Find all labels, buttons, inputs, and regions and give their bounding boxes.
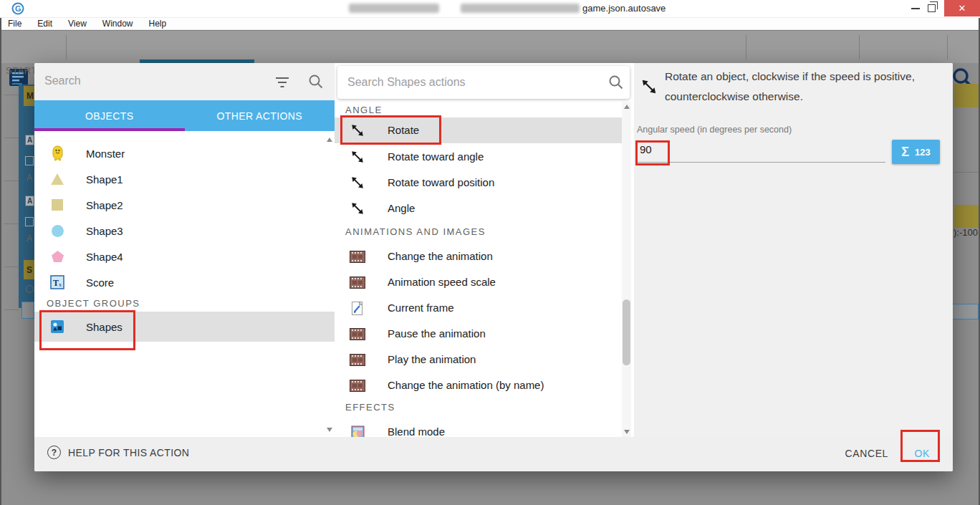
- sigma-icon: Σ: [901, 145, 909, 160]
- actions-list: ANGLE Rotate Rotate toward angle: [335, 102, 622, 437]
- condition-box-fragment: [25, 156, 34, 165]
- effects-section-header: EFFECTS: [345, 402, 395, 413]
- rotate-icon: [349, 200, 366, 217]
- svg-text:G: G: [15, 4, 21, 13]
- action-label: Play the animation: [388, 353, 476, 365]
- object-search-bar: [34, 63, 335, 100]
- object-row-shape2[interactable]: Shape2: [34, 192, 335, 218]
- actions-scrollbar[interactable]: [622, 102, 631, 437]
- restore-button[interactable]: [928, 4, 936, 12]
- action-label: Animation speed scale: [388, 276, 496, 288]
- action-label: Angle: [388, 202, 415, 214]
- left-scroll-down-icon[interactable]: [327, 428, 332, 432]
- scroll-up-icon[interactable]: [624, 105, 630, 109]
- selected-event-row-fragment: [21, 302, 34, 319]
- search-icon[interactable]: [608, 74, 624, 90]
- frame-edit-icon: [349, 299, 366, 317]
- event-comment-fragment-right: [954, 84, 979, 107]
- event-divider-fragment: [954, 172, 979, 173]
- search-icon[interactable]: [308, 74, 324, 90]
- action-text-fragment: A: [27, 173, 32, 183]
- action-row-current-frame[interactable]: Current frame: [335, 295, 622, 321]
- object-label: Shape1: [86, 173, 123, 186]
- film-icon: [349, 351, 366, 368]
- menu-window[interactable]: Window: [95, 19, 141, 29]
- annotation-box-shapes-group: [39, 310, 135, 350]
- action-row-play-animation[interactable]: Play the animation: [335, 347, 622, 372]
- event-comment-fragment: S: [24, 260, 34, 279]
- help-for-this-action-button[interactable]: ? HELP FOR THIS ACTION: [47, 446, 189, 459]
- square-object-icon: [49, 196, 65, 213]
- left-scroll-up-icon[interactable]: [327, 138, 332, 142]
- menu-edit[interactable]: Edit: [29, 19, 60, 29]
- menu-help[interactable]: Help: [141, 19, 175, 29]
- angular-speed-input[interactable]: [636, 137, 885, 163]
- action-row-rotate-toward-position[interactable]: Rotate toward position: [335, 170, 622, 196]
- toolbar-separator: [66, 35, 67, 59]
- condition-box-fragment: [25, 217, 34, 226]
- action-search-input[interactable]: [347, 72, 584, 93]
- expression-editor-button[interactable]: Σ 123: [892, 140, 940, 164]
- object-row-monster[interactable]: Monster: [34, 140, 335, 166]
- action-row-change-animation[interactable]: Change the animation: [335, 244, 622, 269]
- object-row-shape3[interactable]: Shape3: [34, 218, 335, 244]
- filter-icon[interactable]: [275, 77, 289, 88]
- close-button[interactable]: ✕: [944, 0, 980, 16]
- action-row-blend-mode[interactable]: Blend mode: [335, 419, 622, 437]
- object-label: Shape3: [86, 225, 123, 237]
- blend-mode-icon: [349, 423, 366, 437]
- object-row-shape4[interactable]: Shape4: [34, 244, 335, 269]
- object-row-score[interactable]: T x Score: [34, 269, 335, 295]
- objects-list: Monster Shape1 Shape2 Shape3 Shape4: [34, 131, 335, 437]
- action-search-bar: [337, 66, 630, 99]
- action-label: Current frame: [388, 302, 454, 314]
- action-description-line2: counterclockwise otherwise.: [665, 90, 803, 103]
- film-icon: [349, 274, 366, 291]
- action-label: Pause the animation: [388, 327, 486, 340]
- cancel-button[interactable]: CANCEL: [845, 448, 888, 459]
- toolbar: [0, 30, 980, 63]
- event-comment-fragment-right: [954, 205, 979, 228]
- event-connector: [4, 138, 19, 138]
- action-detail-panel: Rotate an object, clockwise if the speed…: [634, 63, 953, 437]
- dialog-footer: ? HELP FOR THIS ACTION CANCEL OK: [34, 437, 953, 471]
- event-connector: [4, 181, 19, 181]
- angular-speed-label: Angular speed (in degrees per second): [637, 125, 792, 135]
- pentagon-object-icon: [49, 248, 65, 265]
- event-connector: [4, 266, 19, 267]
- object-groups-header: OBJECT GROUPS: [47, 298, 140, 309]
- rotate-icon: [349, 174, 366, 191]
- minimize-button[interactable]: [911, 8, 920, 9]
- circle-object-icon: [49, 222, 65, 239]
- help-label: HELP FOR THIS ACTION: [68, 447, 189, 458]
- action-text-fragment: A: [27, 234, 32, 244]
- scroll-down-icon[interactable]: [624, 430, 630, 434]
- action-label: Rotate toward position: [388, 176, 494, 188]
- annotation-box-angular-speed: [635, 140, 670, 165]
- action-label: Blend mode: [388, 425, 445, 437]
- action-row-pause-animation[interactable]: Pause the animation: [335, 321, 622, 347]
- object-label: Score: [86, 276, 114, 289]
- svg-text:T: T: [53, 278, 59, 288]
- condition-icon-fragment: A: [25, 135, 34, 145]
- action-row-rotate-toward-angle[interactable]: Rotate toward angle: [335, 144, 622, 170]
- action-row-angle[interactable]: Angle: [335, 196, 622, 221]
- event-comment-fragment: M: [24, 86, 34, 106]
- angle-section-header: ANGLE: [345, 105, 383, 115]
- toolbar-separator: [859, 35, 860, 59]
- scrollbar-thumb[interactable]: [623, 299, 630, 365]
- text-object-icon: T x: [49, 274, 65, 291]
- scene-tab-start[interactable]: START: [6, 65, 37, 76]
- condition-icon-fragment: A: [25, 196, 34, 206]
- action-row-animation-speed-scale[interactable]: Animation speed scale: [335, 269, 622, 295]
- menu-view[interactable]: View: [60, 19, 95, 29]
- action-row-change-animation-by-name[interactable]: Change the animation (by name): [335, 372, 622, 398]
- tab-other-actions[interactable]: OTHER ACTIONS: [185, 100, 335, 131]
- tab-objects[interactable]: OBJECTS: [34, 100, 185, 131]
- menu-file[interactable]: File: [0, 19, 29, 29]
- object-row-shape1[interactable]: Shape1: [34, 166, 335, 192]
- rotate-icon: [640, 77, 658, 96]
- action-label: Change the animation: [388, 250, 493, 262]
- object-search-input[interactable]: [44, 70, 259, 92]
- action-label: Change the animation (by name): [388, 379, 544, 391]
